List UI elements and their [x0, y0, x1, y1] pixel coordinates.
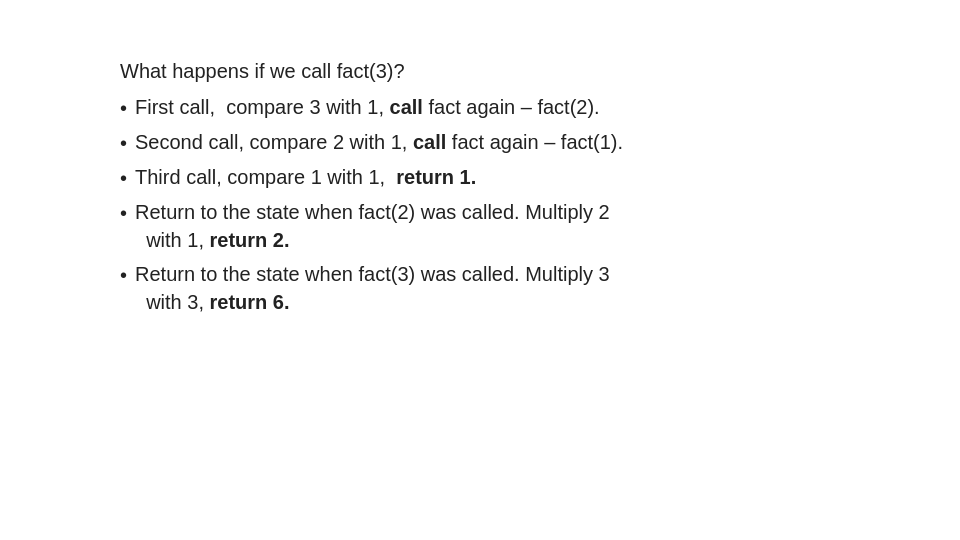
bullet-list: • First call, compare 3 with 1, call fac… [120, 93, 840, 322]
list-item: • Return to the state when fact(2) was c… [120, 198, 840, 254]
bullet-symbol: • [120, 261, 127, 289]
bullet-text-5: Return to the state when fact(3) was cal… [135, 260, 840, 316]
bold-return-2: return 2. [210, 229, 290, 251]
bullet-text-3: Third call, compare 1 with 1, return 1. [135, 163, 840, 191]
slide-content: What happens if we call fact(3)? • First… [0, 0, 960, 540]
bullet-text-2: Second call, compare 2 with 1, call fact… [135, 128, 840, 156]
bullet-text-4: Return to the state when fact(2) was cal… [135, 198, 840, 254]
bullet-symbol: • [120, 164, 127, 192]
bullet-symbol: • [120, 94, 127, 122]
bold-return-1: return 1. [396, 166, 476, 188]
bold-call-2: call [413, 131, 446, 153]
bold-call-1: call [390, 96, 423, 118]
list-item: • Third call, compare 1 with 1, return 1… [120, 163, 840, 192]
bullet-symbol: • [120, 199, 127, 227]
list-item: • Return to the state when fact(3) was c… [120, 260, 840, 316]
bold-return-6: return 6. [210, 291, 290, 313]
bullet-text-1: First call, compare 3 with 1, call fact … [135, 93, 840, 121]
bullet-symbol: • [120, 129, 127, 157]
list-item: • First call, compare 3 with 1, call fac… [120, 93, 840, 122]
list-item: • Second call, compare 2 with 1, call fa… [120, 128, 840, 157]
slide-heading: What happens if we call fact(3)? [120, 60, 840, 83]
